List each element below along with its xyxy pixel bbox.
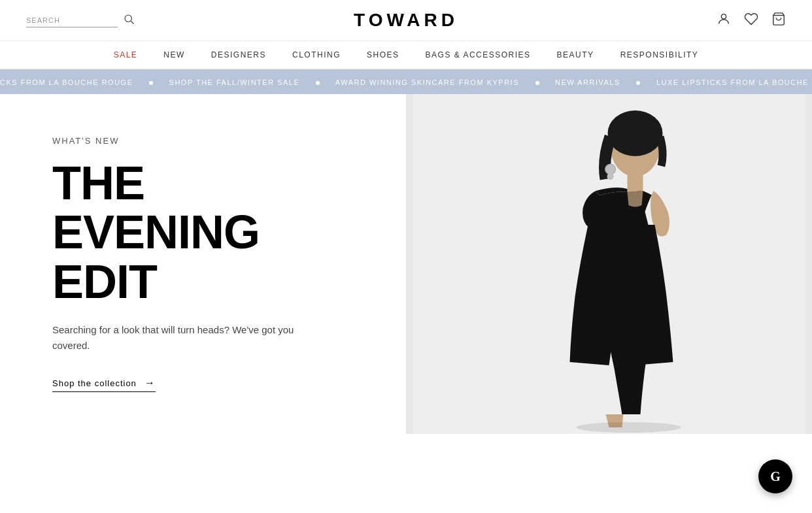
cta-arrow-icon: → bbox=[144, 377, 156, 389]
site-logo[interactable]: TOWARD bbox=[354, 10, 458, 31]
cta-label: Shop the collection bbox=[52, 378, 137, 388]
nav-item-new[interactable]: NEW bbox=[163, 50, 185, 59]
search-area bbox=[26, 13, 157, 27]
svg-line-1 bbox=[131, 21, 133, 24]
hero-image bbox=[406, 94, 812, 434]
nav-item-bags[interactable]: BAGS & ACCESSORIES bbox=[426, 50, 531, 59]
ticker-dot bbox=[636, 81, 640, 85]
wishlist-icon[interactable] bbox=[744, 12, 758, 29]
nav-item-shoes[interactable]: SHOES bbox=[367, 50, 399, 59]
nav-item-responsibility[interactable]: RESPONSIBILITY bbox=[620, 50, 699, 59]
hero-title-line1: THE EVENING bbox=[52, 157, 260, 259]
svg-point-0 bbox=[125, 15, 132, 22]
svg-point-10 bbox=[577, 422, 681, 433]
ticker-dot bbox=[149, 81, 153, 85]
ticker-dot bbox=[316, 81, 320, 85]
hero-title: THE EVENING EDIT bbox=[52, 159, 354, 307]
announcement-ticker: CKS FROM LA BOUCHE ROUGE SHOP THE FALL/W… bbox=[0, 69, 812, 94]
svg-rect-7 bbox=[628, 173, 643, 192]
search-icon[interactable] bbox=[123, 13, 135, 27]
nav-item-sale[interactable]: SALE bbox=[114, 50, 138, 59]
main-nav: SALE NEW DESIGNERS CLOTHING SHOES BAGS &… bbox=[0, 41, 812, 69]
account-icon[interactable] bbox=[717, 12, 731, 29]
hero-text-area: WHAT'S NEW THE EVENING EDIT Searching fo… bbox=[0, 94, 406, 434]
svg-point-9 bbox=[607, 173, 614, 180]
hero-label: WHAT'S NEW bbox=[52, 136, 354, 146]
header-actions bbox=[655, 12, 786, 29]
search-input[interactable] bbox=[26, 14, 118, 27]
ticker-content: CKS FROM LA BOUCHE ROUGE SHOP THE FALL/W… bbox=[0, 78, 812, 86]
svg-point-2 bbox=[721, 14, 726, 19]
ticker-dot bbox=[535, 81, 539, 85]
hero-subtitle: Searching for a look that will turn head… bbox=[52, 322, 301, 354]
nav-item-clothing[interactable]: CLOTHING bbox=[292, 50, 341, 59]
hero-title-line2: EDIT bbox=[52, 256, 157, 308]
cart-icon[interactable] bbox=[771, 12, 786, 29]
svg-point-8 bbox=[605, 164, 616, 174]
header: TOWARD bbox=[0, 0, 812, 41]
nav-item-designers[interactable]: DESIGNERS bbox=[211, 50, 266, 59]
hero-section: WHAT'S NEW THE EVENING EDIT Searching fo… bbox=[0, 94, 812, 434]
shop-collection-link[interactable]: Shop the collection → bbox=[52, 377, 156, 392]
nav-item-beauty[interactable]: BEAUTY bbox=[557, 50, 594, 59]
model-illustration bbox=[406, 94, 812, 434]
